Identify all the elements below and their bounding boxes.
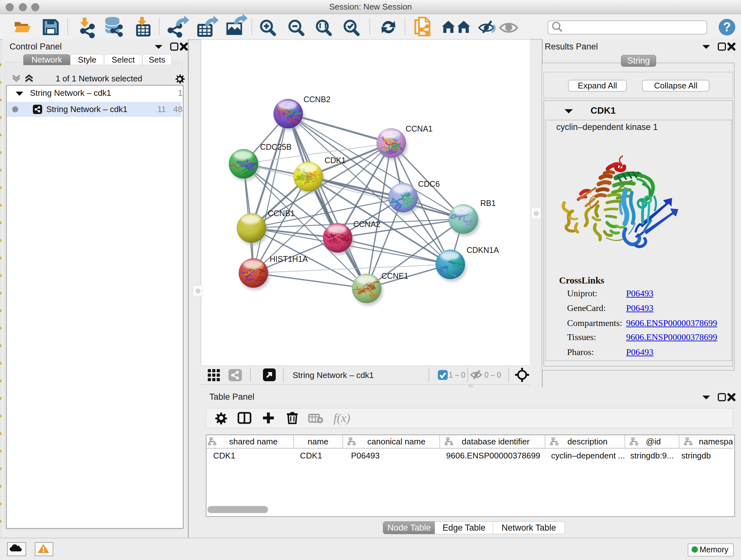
svg-text:CDC6: CDC6 xyxy=(418,179,440,188)
svg-text:CDC25B: CDC25B xyxy=(260,142,292,151)
svg-text:P06493: P06493 xyxy=(351,451,380,460)
svg-text:name: name xyxy=(308,437,328,446)
svg-text:stringdb: stringdb xyxy=(681,451,711,460)
svg-text:1 – 0: 1 – 0 xyxy=(449,370,465,379)
svg-text:CCNA1: CCNA1 xyxy=(406,124,433,133)
svg-text:String Network – cdk1: String Network – cdk1 xyxy=(293,370,374,380)
svg-text:CDKN1A: CDKN1A xyxy=(467,246,499,254)
svg-text:CDK1: CDK1 xyxy=(300,451,322,460)
svg-text:shared name: shared name xyxy=(229,437,278,446)
svg-text:9606.ENSP00000378699: 9606.ENSP00000378699 xyxy=(446,451,540,460)
svg-text:f(x): f(x) xyxy=(333,411,350,425)
svg-text:CCNA2: CCNA2 xyxy=(353,220,381,229)
svg-text:canonical name: canonical name xyxy=(367,437,425,446)
svg-text:CCNB2: CCNB2 xyxy=(304,95,331,104)
svg-text:CCNE1: CCNE1 xyxy=(381,271,408,280)
svg-text:cyclin–dependent ...: cyclin–dependent ... xyxy=(551,451,625,460)
svg-text:CCNB1: CCNB1 xyxy=(268,209,295,218)
svg-text:namespac: namespac xyxy=(699,437,733,446)
svg-text:database identifier: database identifier xyxy=(462,437,530,446)
svg-text:RB1: RB1 xyxy=(480,199,496,207)
svg-text:description: description xyxy=(567,437,608,446)
svg-text:stringdb:9...: stringdb:9... xyxy=(630,451,674,460)
svg-text:@id: @id xyxy=(646,437,661,446)
svg-text:HIST1H1A: HIST1H1A xyxy=(270,254,308,263)
svg-text:?: ? xyxy=(723,20,731,34)
svg-text:CDK1: CDK1 xyxy=(213,451,235,460)
svg-text:0 – 0: 0 – 0 xyxy=(484,370,501,379)
svg-text:CDK1: CDK1 xyxy=(325,156,346,165)
